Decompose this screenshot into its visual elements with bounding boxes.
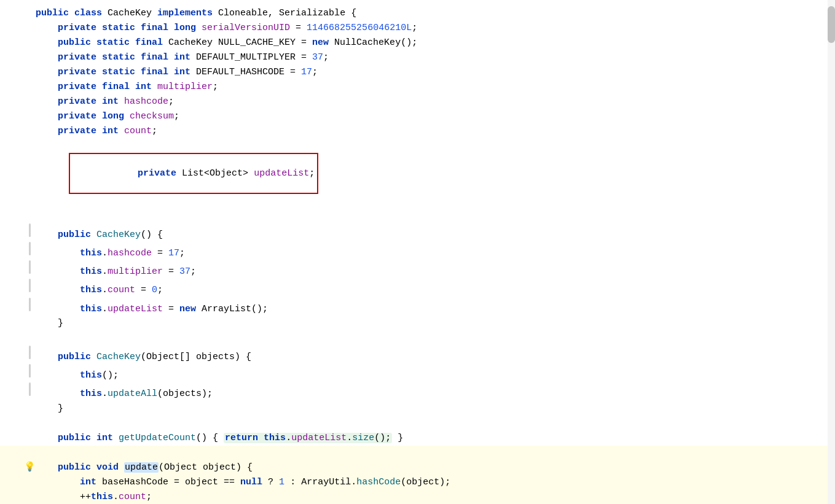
content-27: int baseHashCode = object == null ? 1 : …	[36, 475, 835, 489]
line-13: this.hashcode = 17;	[0, 242, 835, 260]
icon-16	[23, 298, 36, 311]
line-17: }	[0, 316, 835, 331]
content-6: private final int multiplier;	[36, 80, 835, 94]
icon-15	[23, 279, 36, 292]
line-26: 💡 public void update(Object object) {	[0, 460, 835, 475]
content-10: private List<Object> updateList;	[36, 139, 835, 209]
line-28: ++this.count;	[0, 490, 835, 505]
scrollbar-thumb[interactable]	[828, 6, 835, 43]
line-24: public int getUpdateCount() { return thi…	[0, 431, 835, 446]
icon-20	[23, 364, 36, 378]
content-24: public int getUpdateCount() { return thi…	[36, 431, 835, 445]
scrollbar[interactable]	[828, 0, 835, 504]
line-4: private static final int DEFAULT_MULTIPL…	[0, 50, 835, 65]
icon-12	[23, 223, 36, 237]
line-19: public CacheKey(Object[] objects) {	[0, 346, 835, 364]
line-6: private final int multiplier;	[0, 80, 835, 95]
content-14: this.multiplier = 37;	[36, 265, 835, 279]
line-18	[0, 331, 835, 346]
line-5: private static final int DEFAULT_HASHCOD…	[0, 65, 835, 80]
line-8: private long checksum;	[0, 109, 835, 124]
content-8: private long checksum;	[36, 109, 835, 123]
content-5: private static final int DEFAULT_HASHCOD…	[36, 65, 835, 79]
line-2: private static final long serialVersionU…	[0, 21, 835, 36]
line-9: private int count;	[0, 124, 835, 139]
content-21: this.updateAll(objects);	[36, 387, 835, 401]
content-7: private int hashcode;	[36, 95, 835, 109]
content-23	[36, 416, 835, 430]
line-10: private List<Object> updateList;	[0, 139, 835, 209]
content-19: public CacheKey(Object[] objects) {	[36, 350, 835, 364]
content-9: private int count;	[36, 124, 835, 138]
content-22: }	[36, 401, 835, 416]
icon-14	[23, 260, 36, 274]
line-20: this();	[0, 364, 835, 382]
content-17: }	[36, 316, 835, 330]
icon-13	[23, 242, 36, 255]
icon-19	[23, 346, 36, 359]
code-container: public class CacheKey implements Cloneab…	[0, 0, 835, 504]
content-25	[36, 446, 835, 460]
line-27: int baseHashCode = object == null ? 1 : …	[0, 475, 835, 490]
content-28: ++this.count;	[36, 490, 835, 504]
line-25	[0, 446, 835, 460]
content-20: this();	[36, 368, 835, 382]
content-13: this.hashcode = 17;	[36, 246, 835, 260]
content-16: this.updateList = new ArrayList();	[36, 302, 835, 316]
content-2: private static final long serialVersionU…	[36, 21, 835, 35]
content-18	[36, 331, 835, 345]
line-23	[0, 416, 835, 431]
icon-21	[23, 382, 36, 396]
line-14: this.multiplier = 37;	[0, 260, 835, 279]
content-26: public void update(Object object) {	[36, 460, 835, 475]
content-15: this.count = 0;	[36, 283, 835, 297]
line-12: public CacheKey() {	[0, 223, 835, 242]
line-1: public class CacheKey implements Cloneab…	[0, 6, 835, 21]
content-11	[36, 209, 835, 223]
content-1: public class CacheKey implements Cloneab…	[36, 6, 835, 20]
line-11	[0, 209, 835, 223]
content-3: public static final CacheKey NULL_CACHE_…	[36, 36, 835, 50]
line-15: this.count = 0;	[0, 279, 835, 297]
line-21: this.updateAll(objects);	[0, 382, 835, 401]
content-12: public CacheKey() {	[36, 228, 835, 242]
content-4: private static final int DEFAULT_MULTIPL…	[36, 50, 835, 64]
line-3: public static final CacheKey NULL_CACHE_…	[0, 36, 835, 50]
line-16: this.updateList = new ArrayList();	[0, 298, 835, 316]
line-7: private int hashcode;	[0, 95, 835, 109]
bulb-icon-26: 💡	[23, 460, 36, 475]
line-22: }	[0, 401, 835, 416]
